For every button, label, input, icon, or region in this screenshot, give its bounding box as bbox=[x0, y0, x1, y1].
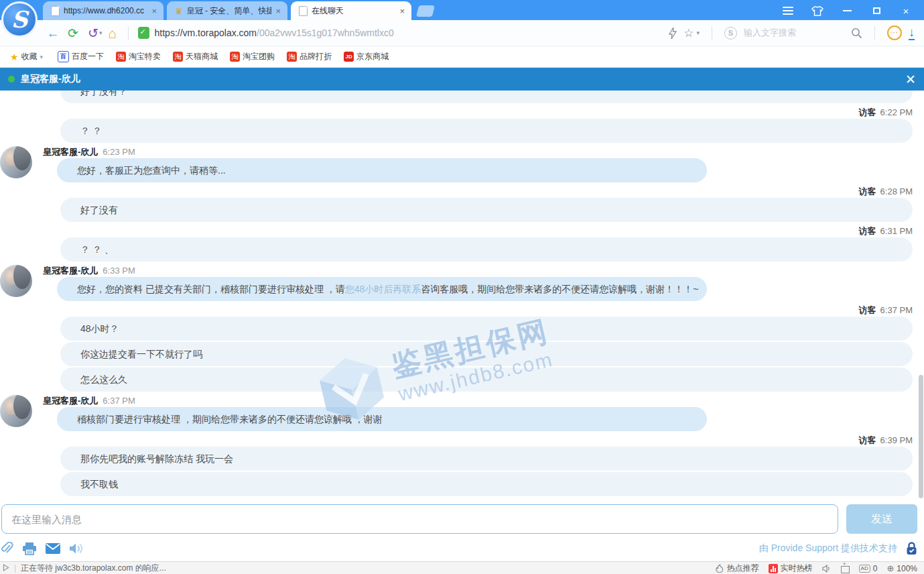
online-status-icon bbox=[8, 76, 15, 82]
favorite-star-icon[interactable]: ☆ bbox=[683, 26, 694, 40]
sound-speaker-icon[interactable] bbox=[69, 542, 84, 555]
bookmark-item[interactable]: 淘天猫商城 bbox=[167, 46, 224, 67]
chat-window: 皇冠客服-欣儿 ✕ 好了没有？访客6:22 PM？ ？皇冠客服-欣儿6:23 P… bbox=[0, 68, 924, 574]
chat-toolbar: 由 Provide Support 提供技术支持 bbox=[0, 536, 924, 561]
window-controls: × bbox=[782, 5, 924, 20]
send-button[interactable]: 发送 bbox=[846, 504, 917, 534]
crown-favicon-icon: ♛ bbox=[175, 7, 183, 15]
search-magnifier-icon[interactable] bbox=[851, 27, 862, 39]
tab-close-icon[interactable]: × bbox=[151, 6, 157, 16]
home-icon[interactable]: ⌂ bbox=[103, 26, 123, 40]
realtime-hot-button[interactable]: 实时热榜 bbox=[769, 563, 813, 574]
bookmark-item[interactable]: 淘淘宝团购 bbox=[224, 46, 281, 67]
message-time: 6:37 PM bbox=[880, 304, 913, 317]
flame-icon bbox=[715, 564, 724, 573]
bookmark-label: 百度一下 bbox=[72, 51, 104, 62]
taobao-icon: 淘 bbox=[173, 52, 183, 62]
hot-recommend-button[interactable]: 热点推荐 bbox=[715, 563, 759, 574]
agent-avatar bbox=[0, 265, 32, 297]
message-group: 访客6:37 PM48小时？你这边提交看一下不就行了吗怎么这么久 bbox=[0, 304, 924, 392]
message-group: 好了没有？ bbox=[0, 91, 924, 103]
download-icon[interactable]: ↓ bbox=[909, 26, 915, 40]
ad-block-counter[interactable]: AD 0 bbox=[859, 564, 878, 573]
menu-icon[interactable] bbox=[782, 5, 794, 16]
provide-support-label[interactable]: 由 Provide Support 提供技术支持 bbox=[759, 542, 897, 555]
message-time: 6:28 PM bbox=[880, 186, 913, 198]
chat-message-bubble: 稽核部门要进行审核处理 ，期间给您带来诸多的不便还请您谅解哦 ，谢谢 bbox=[57, 407, 707, 431]
loading-status-text: 正在等待 jw3c3b.torapolax.com 的响应... bbox=[21, 563, 166, 574]
bookmark-item[interactable]: JD京东商城 bbox=[338, 46, 395, 67]
tab-online-chat[interactable]: 在线聊天 × bbox=[291, 1, 411, 20]
message-time: 6:22 PM bbox=[880, 107, 913, 119]
chevron-down-icon: ▾ bbox=[40, 54, 44, 60]
url-field[interactable]: https://vm.torapolax.com/00a2vwv15s1g017… bbox=[134, 27, 669, 39]
jd-icon: JD bbox=[344, 52, 354, 62]
tab-dh6200[interactable]: https://www.dh6200.cc × bbox=[43, 1, 163, 20]
search-input[interactable]: 输入文字搜索 bbox=[744, 27, 844, 39]
close-window-button[interactable]: × bbox=[900, 5, 912, 16]
address-bar: ← ⟳ ↺▾ ⌂ https://vm.torapolax.com/00a2vw… bbox=[0, 20, 924, 46]
taobao-icon: 淘 bbox=[230, 52, 240, 62]
bookmark-item[interactable]: 淘品牌打折 bbox=[281, 46, 338, 67]
message-time: 6:31 PM bbox=[880, 225, 913, 237]
tab-huangguan[interactable]: ♛ 皇冠 - 安全、简单、快捷 × bbox=[167, 1, 287, 20]
message-group: 访客6:22 PM？ ？ bbox=[0, 107, 924, 143]
chat-message-bubble: ？ ？ 、 bbox=[60, 237, 913, 262]
bookmarks-menu-label: 收藏 bbox=[21, 51, 38, 62]
message-input[interactable] bbox=[1, 504, 838, 534]
agent-name-row: 皇冠客服-欣儿6:33 PM bbox=[43, 265, 924, 277]
maximize-button[interactable] bbox=[870, 5, 882, 16]
message-time: 6:23 PM bbox=[103, 146, 135, 158]
visitor-label: 访客 bbox=[859, 186, 876, 198]
message-time: 6:37 PM bbox=[103, 395, 135, 407]
scrollbar-thumb[interactable] bbox=[919, 375, 923, 498]
chat-header: 皇冠客服-欣儿 ✕ bbox=[0, 68, 924, 91]
zoom-plus-icon: ⊕ bbox=[886, 563, 894, 573]
chat-message-bubble: 好了没有？ bbox=[60, 91, 913, 103]
attachment-paperclip-icon[interactable] bbox=[1, 542, 13, 555]
bookmarks-bar: ★ 收藏 ▾ 百百度一下淘淘宝特卖淘天猫商城淘淘宝团购淘品牌打折JD京东商城 bbox=[0, 46, 924, 68]
visitor-label-row: 访客6:37 PM bbox=[0, 304, 924, 317]
extensions-dots-icon[interactable]: ··· bbox=[887, 25, 902, 40]
bookmark-label: 淘宝团购 bbox=[243, 51, 275, 62]
back-icon[interactable]: ← bbox=[43, 27, 63, 40]
tab-close-icon[interactable]: × bbox=[399, 6, 405, 16]
skin-shirt-icon[interactable] bbox=[811, 5, 823, 16]
mute-speaker-icon[interactable] bbox=[822, 565, 832, 573]
new-tab-button[interactable] bbox=[416, 5, 435, 17]
url-path: /00a2vwv15s1g017whn5wmtlxc0 bbox=[257, 27, 394, 38]
play-icon[interactable] bbox=[3, 564, 9, 573]
refresh-icon[interactable]: ⟳ bbox=[63, 27, 83, 40]
title-bar: S https://www.dh6200.cc × ♛ 皇冠 - 安全、简单、快… bbox=[0, 0, 924, 20]
baidu-paw-icon: 百 bbox=[58, 51, 69, 62]
tab-title: 皇冠 - 安全、简单、快捷 bbox=[187, 5, 272, 17]
message-time: 6:39 PM bbox=[880, 435, 913, 447]
tab-close-icon[interactable]: × bbox=[275, 6, 281, 16]
minimize-button[interactable] bbox=[841, 5, 853, 16]
tab-title: 在线聊天 bbox=[312, 5, 395, 17]
visitor-label-row: 访客6:22 PM bbox=[0, 107, 924, 119]
tab-title: https://www.dh6200.cc bbox=[64, 6, 147, 15]
email-transcript-icon[interactable] bbox=[46, 543, 60, 554]
visitor-label: 访客 bbox=[859, 225, 876, 237]
message-group: 访客6:28 PM好了没有 bbox=[0, 186, 924, 222]
message-group: 皇冠客服-欣儿6:37 PM稽核部门要进行审核处理 ，期间给您带来诸多的不便还请… bbox=[0, 395, 924, 431]
bookmark-item[interactable]: 淘淘宝特卖 bbox=[110, 46, 167, 67]
sogou-search-icon: S bbox=[724, 27, 737, 40]
taobao-icon: 淘 bbox=[116, 52, 126, 62]
chat-close-icon[interactable]: ✕ bbox=[905, 72, 916, 87]
bookmark-item[interactable]: 百百度一下 bbox=[52, 46, 110, 67]
bookmarks-menu[interactable]: ★ 收藏 ▾ bbox=[4, 46, 49, 67]
bookmark-label: 淘宝特卖 bbox=[129, 51, 161, 62]
favorite-dropdown-icon[interactable]: ▾ bbox=[696, 30, 700, 36]
address-bar-actions: ☆ ▾ S 输入文字搜索 ··· ↓ bbox=[669, 25, 924, 40]
status-bar: 正在等待 jw3c3b.torapolax.com 的响应... 热点推荐 实时… bbox=[0, 561, 924, 574]
page-capture-icon[interactable] bbox=[841, 566, 850, 573]
zoom-control[interactable]: ⊕ 100% bbox=[886, 563, 917, 573]
chat-title: 皇冠客服-欣儿 bbox=[21, 73, 80, 85]
print-icon[interactable] bbox=[22, 542, 37, 555]
visitor-label-row: 访客6:31 PM bbox=[0, 225, 924, 237]
flash-bolt-icon[interactable] bbox=[669, 27, 677, 39]
sogou-browser-logo-icon[interactable]: S bbox=[1, 1, 38, 38]
security-shield-icon[interactable] bbox=[138, 27, 149, 39]
